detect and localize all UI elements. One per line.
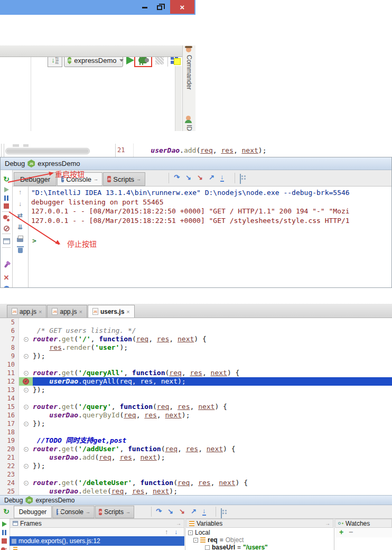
line-number[interactable]: 11 — [0, 369, 19, 377]
gutter-cell[interactable]: - — [19, 462, 33, 470]
gutter-cell[interactable]: - — [19, 386, 33, 394]
pause-button[interactable] — [0, 528, 8, 537]
previous-frame-icon[interactable]: ↑ — [165, 528, 168, 536]
code-text[interactable]: userDao.queryAll(req, res, next); — [33, 377, 392, 386]
code-text[interactable]: //TODO 同时支持get,post — [33, 436, 392, 445]
tab-scripts[interactable]: JS Scripts → — [95, 506, 134, 518]
line-number[interactable]: 21 — [0, 453, 19, 462]
close-tab-icon[interactable]: × — [79, 309, 82, 315]
gutter-cell[interactable]: - — [19, 445, 33, 453]
close-tab-icon[interactable]: × — [39, 309, 42, 315]
help-icon[interactable]: ? — [2, 284, 11, 288]
gutter-cell[interactable]: - — [19, 369, 33, 377]
step-out-icon[interactable]: ↗ — [191, 507, 197, 515]
code-text[interactable]: userDao.queryById(req, res, next); — [33, 411, 392, 420]
gutter-cell[interactable]: ✔ — [19, 377, 33, 386]
gutter-cell[interactable] — [19, 327, 33, 335]
tab-options-arrow-icon[interactable]: → — [94, 176, 98, 182]
code-text[interactable]: router.get('/addUser', function(req, res… — [33, 445, 392, 453]
code-editor[interactable]: 56 /* GET users listing. */7-router.get(… — [0, 318, 392, 495]
fold-marker-icon[interactable]: - — [24, 481, 29, 486]
panel-splitter[interactable] — [185, 519, 185, 550]
code-text[interactable] — [33, 394, 392, 403]
console-output[interactable]: "D:\IntelliJ IDEA 13.1.4\bin\runnerw.exe… — [31, 188, 391, 225]
code-text[interactable]: router.get('/query', function(req, res, … — [33, 403, 392, 411]
restore-layout-icon[interactable] — [2, 237, 11, 245]
minimize-button[interactable] — [138, 2, 151, 13]
fold-marker-icon[interactable]: - — [24, 388, 29, 393]
gutter-cell[interactable] — [19, 428, 33, 436]
variables-node-req[interactable]: - req = Object — [193, 536, 244, 544]
line-number[interactable]: 7 — [0, 335, 19, 343]
fold-marker-icon[interactable]: - — [24, 447, 29, 452]
line-number[interactable]: 19 — [0, 436, 19, 445]
close-button[interactable]: × — [170, 0, 194, 14]
print-icon[interactable] — [16, 235, 24, 243]
gutter-cell[interactable]: - — [19, 420, 33, 428]
panel-options-arrow-icon[interactable]: → — [325, 520, 330, 526]
line-number[interactable]: 9 — [0, 352, 19, 360]
fold-marker-icon[interactable]: - — [24, 371, 29, 376]
resume-button[interactable] — [2, 185, 11, 194]
rerun-button[interactable]: ↻ — [2, 507, 11, 516]
pause-button[interactable] — [2, 194, 11, 202]
pin-tab-icon[interactable] — [2, 261, 11, 269]
scroll-up-icon[interactable]: ↑ — [16, 188, 24, 197]
tab-options-arrow-icon[interactable]: → — [126, 509, 130, 515]
run-to-cursor-icon[interactable]: ↓ — [202, 507, 206, 516]
line-number[interactable]: 24 — [0, 479, 19, 487]
step-out-icon[interactable]: ↗ — [209, 173, 214, 181]
gutter-cell[interactable] — [19, 470, 33, 479]
variables-node-local[interactable]: - Local — [188, 529, 210, 536]
view-breakpoints-icon[interactable] — [2, 214, 11, 222]
editor-tab-usersjs[interactable]: JS users.js × — [88, 305, 135, 318]
line-number[interactable]: 17 — [0, 420, 19, 428]
gutter-cell[interactable]: - — [19, 403, 33, 411]
line-number[interactable]: 23 — [0, 470, 19, 479]
gutter-cell[interactable] — [19, 411, 33, 420]
panel-options-arrow-icon[interactable]: → — [176, 520, 181, 526]
fold-marker-icon[interactable]: - — [24, 337, 29, 342]
code-text[interactable]: /* GET users listing. */ — [33, 327, 392, 335]
clear-console-icon[interactable] — [16, 246, 24, 255]
scroll-to-end-icon[interactable]: ⇊ — [16, 223, 24, 231]
tab-options-arrow-icon[interactable]: → — [86, 509, 90, 515]
line-number[interactable]: 25 — [0, 487, 19, 496]
code-text[interactable] — [33, 470, 392, 479]
editor-scrollbar[interactable] — [175, 66, 182, 131]
variables-node-baseurl[interactable]: baseUrl = "/users" — [205, 544, 268, 550]
line-number[interactable]: 10 — [0, 360, 19, 369]
editor-tab-appjs-1[interactable]: JS app.js × — [7, 305, 46, 318]
code-text[interactable]: }); — [33, 462, 392, 470]
gutter-cell[interactable] — [19, 318, 33, 327]
step-over-icon[interactable]: ↷ — [174, 173, 180, 181]
code-text[interactable]: router.get('/deleteUser', function(req, … — [33, 479, 392, 487]
view-breakpoints-icon[interactable] — [0, 546, 8, 550]
tab-debugger[interactable]: Debugger — [14, 506, 52, 518]
code-text[interactable] — [33, 360, 392, 369]
gutter-cell[interactable]: - — [19, 479, 33, 487]
force-step-into-icon[interactable]: ↘ — [179, 507, 185, 515]
gutter-cell[interactable] — [19, 343, 33, 352]
force-step-into-icon[interactable]: ↘ — [197, 173, 203, 181]
tool-window-tab-id[interactable]: ID — [185, 125, 193, 131]
editor-snippet-code[interactable]: userDao.add(req, res, next); — [134, 146, 267, 154]
tab-scripts[interactable]: JS Scripts → — [103, 172, 145, 186]
line-number[interactable]: 6 — [0, 327, 19, 335]
editor-splitter[interactable] — [31, 57, 31, 131]
breakpoint-icon[interactable]: ✔ — [23, 378, 29, 385]
fold-marker-icon[interactable]: - — [24, 354, 29, 359]
add-watch-button[interactable]: + — [339, 528, 343, 536]
line-number[interactable]: 22 — [0, 462, 19, 470]
tool-window-tab-commander[interactable]: Commander — [185, 55, 193, 90]
close-tab-icon[interactable]: ✕ — [2, 273, 11, 282]
line-number[interactable]: 5 — [0, 318, 19, 327]
remove-watch-button[interactable]: − — [349, 528, 353, 536]
code-text[interactable]: userDao.delete(req, res, next); — [33, 487, 392, 496]
line-number[interactable]: 8 — [0, 343, 19, 352]
tab-options-arrow-icon[interactable]: → — [136, 176, 141, 182]
resume-button[interactable] — [0, 520, 8, 528]
stop-button[interactable] — [0, 537, 8, 545]
line-number[interactable]: 13 — [0, 386, 19, 394]
code-text[interactable]: res.render('user'); — [33, 343, 392, 352]
